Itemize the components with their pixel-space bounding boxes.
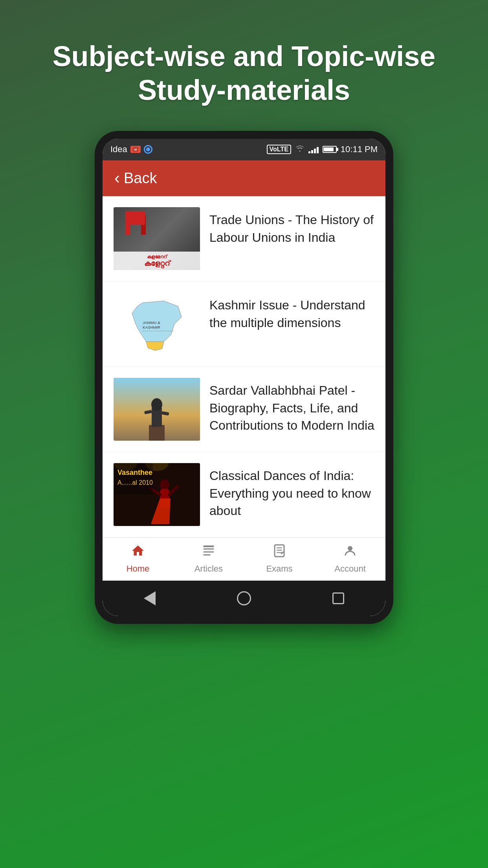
status-left: Idea M [110, 144, 152, 154]
article-image-trade-unions: കളമേററ് കളേറ്ററ് [114, 207, 200, 270]
app-bar: ‹ Back [103, 160, 385, 196]
list-item[interactable]: Sardar Vallabhbhai Patel - Biography, Fa… [103, 367, 385, 452]
home-circle-icon [237, 591, 251, 605]
svg-marker-3 [146, 342, 164, 351]
back-button[interactable]: ‹ Back [114, 170, 157, 187]
article-title: Kashmir Issue - Understand the multiple … [209, 296, 374, 332]
svg-rect-25 [204, 548, 214, 550]
article-text-trade-unions: Trade Unions - The History of Labour Uni… [209, 207, 374, 246]
wifi-icon [295, 144, 305, 154]
svg-text:M: M [134, 148, 137, 151]
battery-icon [323, 146, 337, 153]
svg-point-29 [348, 546, 352, 551]
article-text-dance: Classical Dances of India: Everything yo… [209, 463, 374, 520]
nav-label-exams: Exams [266, 564, 292, 574]
nav-label-home: Home [127, 564, 150, 574]
kashmir-map-svg: JAMMU & KASHMIR [118, 296, 196, 352]
status-time: 10:11 PM [341, 144, 378, 154]
nav-item-articles[interactable]: Articles [173, 544, 244, 574]
carrier-icon-1: M [130, 146, 141, 153]
article-text-kashmir: Kashmir Issue - Understand the multiple … [209, 292, 374, 332]
patel-statue-svg [114, 378, 200, 441]
signal-icon [308, 145, 319, 153]
home-system-button[interactable] [234, 588, 254, 608]
back-system-button[interactable] [140, 588, 160, 608]
carrier-name: Idea [110, 144, 127, 154]
svg-rect-8 [149, 425, 165, 441]
svg-text:Vasanthee: Vasanthee [117, 469, 152, 476]
svg-rect-26 [204, 551, 214, 552]
articles-icon [202, 544, 216, 561]
article-image-kashmir: JAMMU & KASHMIR [114, 292, 200, 355]
nav-label-account: Account [334, 564, 366, 574]
svg-text:A......al 2010: A......al 2010 [117, 479, 153, 486]
back-triangle-icon [144, 591, 156, 605]
list-item[interactable]: Vasanthee A......al 2010 Classical Dance… [103, 452, 385, 537]
article-title: Sardar Vallabhbhai Patel - Biography, Fa… [209, 382, 374, 434]
status-right: VoLTE 10:11 PM [267, 144, 378, 154]
phone-screen: Idea M VoLTE [103, 139, 385, 616]
list-item[interactable]: കളമേററ് കളേറ്ററ് Trade Unions - The Hist… [103, 196, 385, 281]
svg-text:JAMMU &: JAMMU & [143, 320, 160, 325]
recents-square-icon [332, 592, 344, 604]
nav-item-exams[interactable]: Exams [244, 544, 315, 574]
account-icon [343, 544, 357, 561]
nav-label-articles: Articles [194, 564, 223, 574]
system-nav-bar [103, 581, 385, 616]
volte-badge: VoLTE [267, 145, 291, 154]
status-bar: Idea M VoLTE [103, 139, 385, 160]
page-header: Subject-wise and Topic-wise Study-materi… [0, 0, 488, 131]
svg-rect-24 [204, 545, 214, 547]
article-text-patel: Sardar Vallabhbhai Patel - Biography, Fa… [209, 378, 374, 434]
banner-text: കളമേററ് കളേറ്ററ് [114, 252, 200, 270]
svg-text:KASHMIR: KASHMIR [143, 325, 160, 329]
article-title: Classical Dances of India: Everything yo… [209, 467, 374, 520]
exams-icon [272, 544, 286, 561]
svg-rect-28 [275, 545, 284, 557]
article-title: Trade Unions - The History of Labour Uni… [209, 211, 374, 246]
recents-system-button[interactable] [328, 588, 348, 608]
back-label: Back [124, 170, 157, 187]
article-image-patel [114, 378, 200, 441]
nav-item-home[interactable]: Home [103, 544, 173, 574]
list-item[interactable]: JAMMU & KASHMIR Kashmir Issue - Understa… [103, 281, 385, 367]
bottom-nav: Home Articles [103, 537, 385, 581]
page-title: Subject-wise and Topic-wise Study-materi… [31, 39, 457, 107]
home-icon [131, 544, 145, 561]
svg-point-10 [151, 398, 162, 411]
svg-point-16 [160, 479, 169, 490]
article-list: കളമേററ് കളേറ്ററ് Trade Unions - The Hist… [103, 196, 385, 537]
svg-rect-27 [204, 554, 211, 555]
back-chevron-icon: ‹ [114, 170, 120, 186]
flag-shape [141, 215, 146, 235]
article-image-dance: Vasanthee A......al 2010 [114, 463, 200, 526]
phone-device: Idea M VoLTE [95, 131, 393, 624]
carrier-icon-2 [144, 145, 152, 154]
svg-rect-21 [114, 463, 153, 495]
nav-item-account[interactable]: Account [315, 544, 385, 574]
dance-image-svg: Vasanthee A......al 2010 [114, 463, 200, 526]
